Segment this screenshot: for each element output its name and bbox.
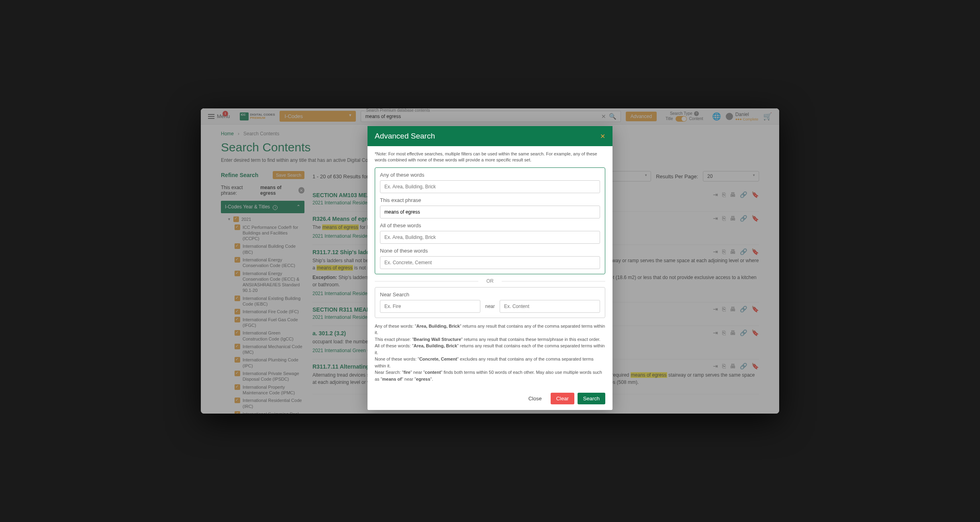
none-words-input[interactable] [380, 256, 600, 269]
field-label: Any of these words [380, 172, 600, 178]
or-divider: OR [375, 278, 605, 284]
exact-phrase-input[interactable] [380, 206, 600, 218]
search-button[interactable]: Search [578, 393, 605, 404]
modal-overlay[interactable]: Advanced Search ✕ *Note: For most effect… [201, 108, 779, 414]
close-icon[interactable]: ✕ [600, 133, 605, 140]
field-label: All of these words [380, 222, 600, 228]
near-term1-input[interactable] [380, 300, 480, 313]
near-search-group: Near Search near [375, 287, 605, 318]
field-label: Near Search [380, 292, 600, 298]
modal-title: Advanced Search [375, 132, 435, 141]
close-button[interactable]: Close [523, 393, 547, 404]
advanced-search-modal: Advanced Search ✕ *Note: For most effect… [368, 126, 612, 410]
help-text: Any of these words: "Area, Building, Bri… [375, 323, 605, 383]
near-label: near [485, 304, 495, 309]
any-words-input[interactable] [380, 180, 600, 193]
clear-button[interactable]: Clear [551, 393, 574, 404]
near-term2-input[interactable] [500, 300, 600, 313]
word-filters-group: Any of these words This exact phrase All… [375, 167, 605, 274]
modal-note: *Note: For most effective searches, mult… [375, 151, 605, 163]
field-label: None of these words [380, 248, 600, 254]
field-label: This exact phrase [380, 197, 600, 203]
all-words-input[interactable] [380, 231, 600, 244]
